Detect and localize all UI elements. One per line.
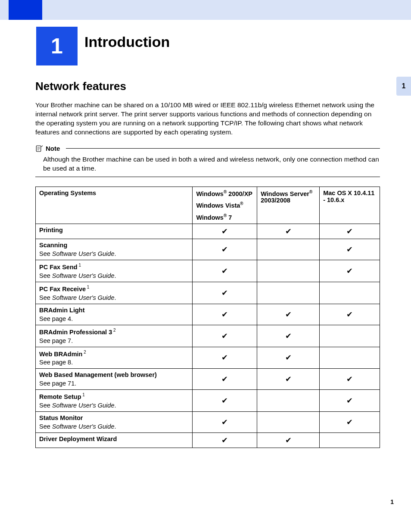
check-cell: ✔ (257, 433, 320, 448)
feature-name: BRAdmin Professional 3 2 (39, 328, 189, 336)
note-icon (35, 145, 43, 152)
check-cell: ✔ (193, 260, 257, 282)
check-cell (257, 239, 320, 260)
feature-name: PC Fax Send 1 (39, 263, 189, 271)
feature-cell: PC Fax Receive 1See Software User's Guid… (36, 282, 193, 304)
check-cell (320, 347, 380, 369)
hdr-win-3b: 7 (227, 214, 232, 221)
feature-name: Web BRAdmin 2 (39, 350, 189, 358)
note-label: Note (46, 145, 60, 152)
header-windows: Windows® 2000/XP Windows Vista® Windows®… (193, 187, 257, 224)
check-cell (257, 282, 320, 304)
feature-cell: Status MonitorSee Software User's Guide. (36, 412, 193, 433)
feature-subtext: See Software User's Guide. (39, 294, 189, 301)
feature-name: PC Fax Receive 1 (39, 285, 189, 292)
feature-cell: Web Based Management (web browser)See pa… (36, 369, 193, 390)
feature-name: Scanning (39, 242, 189, 249)
feature-cell: Driver Deployment Wizard (36, 433, 193, 448)
check-cell: ✔ (193, 390, 257, 412)
note-block: Note Although the Brother machine can be… (35, 145, 380, 177)
reg-icon: ® (240, 201, 243, 206)
check-cell (320, 325, 380, 347)
footnote-sup: 2 (82, 350, 86, 355)
header-os: Operating Systems (36, 187, 193, 224)
feature-cell: BRAdmin LightSee page 4. (36, 304, 193, 325)
note-body: Although the Brother machine can be used… (35, 152, 380, 177)
feature-cell: BRAdmin Professional 3 2See page 7. (36, 325, 193, 347)
table-row: Remote Setup 1See Software User's Guide.… (36, 390, 380, 412)
check-cell: ✔ (193, 304, 257, 325)
feature-subtext: See Software User's Guide. (39, 250, 189, 257)
footnote-sup: 1 (78, 263, 81, 268)
check-cell (320, 433, 380, 448)
feature-cell: PC Fax Send 1See Software User's Guide. (36, 260, 193, 282)
check-cell: ✔ (320, 390, 380, 412)
table-row: Status MonitorSee Software User's Guide.… (36, 412, 380, 433)
intro-paragraph: Your Brother machine can be shared on a … (35, 101, 380, 137)
table-row: ScanningSee Software User's Guide.✔✔ (36, 239, 380, 260)
feature-cell: Printing (36, 224, 193, 239)
hdr-win-3a: Windows (196, 214, 224, 221)
hdr-srv-b: 2003/2008 (261, 197, 290, 204)
check-cell (320, 282, 380, 304)
feature-cell: Web BRAdmin 2See page 8. (36, 347, 193, 369)
check-cell (257, 412, 320, 433)
footnote-sup: 1 (86, 285, 89, 289)
feature-subtext: See page 4. (39, 315, 189, 322)
hdr-srv-a: Windows Server (261, 190, 309, 197)
check-cell: ✔ (193, 347, 257, 369)
chapter-number: 1 (51, 34, 63, 59)
table-row: Driver Deployment Wizard✔✔ (36, 433, 380, 448)
check-cell: ✔ (193, 224, 257, 239)
check-cell (257, 390, 320, 412)
check-cell: ✔ (193, 369, 257, 390)
header-server: Windows Server® 2003/2008 (257, 187, 320, 224)
feature-name: Status Monitor (39, 414, 189, 421)
check-cell: ✔ (257, 347, 320, 369)
check-cell: ✔ (320, 224, 380, 239)
check-cell (257, 260, 320, 282)
feature-cell: Remote Setup 1See Software User's Guide. (36, 390, 193, 412)
table-row: Printing✔✔✔ (36, 224, 380, 239)
feature-name: Web Based Management (web browser) (39, 371, 189, 378)
check-cell: ✔ (320, 260, 380, 282)
feature-name: Printing (39, 227, 189, 233)
feature-subtext: See Software User's Guide. (39, 272, 189, 279)
table-row: BRAdmin LightSee page 4.✔✔✔ (36, 304, 380, 325)
side-tab: 1 (396, 77, 411, 96)
hdr-win-1b: 2000/XP (227, 190, 252, 197)
note-header: Note (35, 145, 380, 152)
check-cell: ✔ (193, 325, 257, 347)
features-table: Operating Systems Windows® 2000/XP Windo… (35, 187, 380, 448)
check-cell: ✔ (320, 412, 380, 433)
feature-name: BRAdmin Light (39, 307, 189, 314)
check-cell: ✔ (320, 304, 380, 325)
feature-name: Remote Setup 1 (39, 392, 189, 400)
footnote-sup: 2 (112, 328, 115, 333)
chapter-number-block: 1 (36, 27, 78, 65)
check-cell: ✔ (193, 433, 257, 448)
table-row: PC Fax Receive 1See Software User's Guid… (36, 282, 380, 304)
check-cell: ✔ (320, 239, 380, 260)
page-number: 1 (390, 498, 394, 505)
feature-subtext: See Software User's Guide. (39, 423, 189, 430)
section-title: Network features (35, 80, 380, 93)
table-row: Web Based Management (web browser)See pa… (36, 369, 380, 390)
feature-subtext: See page 8. (39, 359, 189, 366)
chapter-title: Introduction (84, 34, 170, 50)
hdr-win-1a: Windows (196, 190, 224, 197)
note-rule (66, 148, 380, 149)
content-area: Network features Your Brother machine ca… (35, 80, 380, 448)
reg-icon: ® (309, 190, 312, 194)
feature-subtext: See Software User's Guide. (39, 402, 189, 409)
table-row: Web BRAdmin 2See page 8.✔✔ (36, 347, 380, 369)
side-tab-label: 1 (402, 82, 406, 90)
check-cell: ✔ (257, 224, 320, 239)
feature-name: Driver Deployment Wizard (39, 436, 189, 442)
check-cell: ✔ (257, 325, 320, 347)
check-cell: ✔ (193, 282, 257, 304)
check-cell: ✔ (257, 369, 320, 390)
header-mac: Mac OS X 10.4.11 - 10.6.x (320, 187, 380, 224)
check-cell: ✔ (193, 239, 257, 260)
check-cell: ✔ (320, 369, 380, 390)
